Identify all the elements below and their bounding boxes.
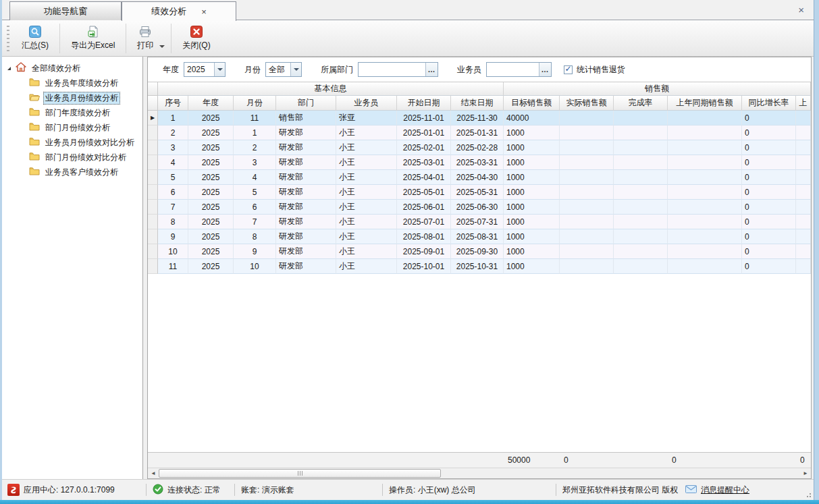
table-cell[interactable] bbox=[796, 244, 811, 259]
row-header[interactable] bbox=[148, 170, 158, 185]
sidebar-item[interactable]: 业务员年度绩效分析 bbox=[2, 76, 142, 90]
table-cell[interactable]: 小王 bbox=[336, 155, 397, 170]
table-row[interactable]: 320252研发部小王2025-02-012025-02-2810000 bbox=[148, 140, 811, 155]
table-cell[interactable]: 0 bbox=[742, 155, 796, 170]
table-cell[interactable]: 0 bbox=[742, 170, 796, 185]
table-cell[interactable] bbox=[614, 244, 668, 259]
row-header[interactable] bbox=[148, 259, 158, 274]
table-cell[interactable]: 0 bbox=[742, 111, 796, 125]
table-cell[interactable] bbox=[668, 200, 742, 215]
table-cell[interactable]: 10 bbox=[234, 259, 276, 274]
table-cell[interactable]: 2025-02-01 bbox=[397, 140, 451, 155]
table-cell[interactable]: 4 bbox=[234, 170, 276, 185]
table-cell[interactable]: 研发部 bbox=[276, 244, 336, 259]
table-cell[interactable]: 2025-03-01 bbox=[397, 155, 451, 170]
table-cell[interactable]: 研发部 bbox=[276, 185, 336, 200]
table-cell[interactable]: 2025-11-30 bbox=[451, 111, 504, 125]
table-cell[interactable]: 2025 bbox=[188, 140, 234, 155]
table-cell[interactable]: 0 bbox=[742, 140, 796, 155]
table-cell[interactable] bbox=[796, 200, 811, 215]
table-cell[interactable]: 研发部 bbox=[276, 259, 336, 274]
table-cell[interactable] bbox=[560, 185, 614, 200]
table-cell[interactable]: 0 bbox=[742, 125, 796, 140]
table-cell[interactable]: 小王 bbox=[336, 229, 397, 244]
table-cell[interactable]: 1000 bbox=[504, 259, 560, 274]
table-cell[interactable] bbox=[668, 125, 742, 140]
table-cell[interactable] bbox=[560, 259, 614, 274]
table-cell[interactable] bbox=[560, 244, 614, 259]
table-cell[interactable]: 0 bbox=[742, 185, 796, 200]
table-cell[interactable]: 研发部 bbox=[276, 229, 336, 244]
table-row[interactable]: 420253研发部小王2025-03-012025-03-3110000 bbox=[148, 155, 811, 170]
print-button[interactable]: 打印 bbox=[128, 22, 162, 55]
column-header[interactable]: 上年同期销售额 bbox=[668, 96, 742, 111]
export-excel-button[interactable]: 导出为Excel bbox=[62, 22, 124, 55]
column-header[interactable]: 结束日期 bbox=[451, 96, 504, 111]
row-header[interactable]: ▶ bbox=[148, 111, 158, 125]
summarize-button[interactable]: 汇总(S) bbox=[13, 22, 57, 55]
row-header[interactable] bbox=[148, 140, 158, 155]
table-cell[interactable]: 1000 bbox=[504, 185, 560, 200]
month-select[interactable]: 全部 bbox=[265, 62, 302, 77]
table-cell[interactable] bbox=[614, 215, 668, 229]
row-header[interactable] bbox=[148, 155, 158, 170]
table-cell[interactable]: 1000 bbox=[504, 125, 560, 140]
table-cell[interactable]: 2025-01-01 bbox=[397, 125, 451, 140]
scroll-left-arrow-icon[interactable]: ◄ bbox=[148, 468, 159, 478]
row-header[interactable] bbox=[148, 244, 158, 259]
table-cell[interactable]: 2025-04-30 bbox=[451, 170, 504, 185]
table-cell[interactable] bbox=[668, 185, 742, 200]
table-cell[interactable]: 0 bbox=[742, 200, 796, 215]
table-cell[interactable]: 2025 bbox=[188, 244, 234, 259]
table-cell[interactable]: 研发部 bbox=[276, 170, 336, 185]
table-cell[interactable]: 1000 bbox=[504, 215, 560, 229]
table-cell[interactable]: 研发部 bbox=[276, 125, 336, 140]
sidebar-item[interactable]: 业务员月份绩效对比分析 bbox=[2, 135, 142, 150]
returns-checkbox[interactable]: ✓ bbox=[564, 65, 573, 74]
table-cell[interactable]: 6 bbox=[158, 185, 188, 200]
table-cell[interactable]: 2025-06-30 bbox=[451, 200, 504, 215]
scroll-right-arrow-icon[interactable]: ► bbox=[800, 468, 811, 478]
table-cell[interactable] bbox=[560, 170, 614, 185]
table-cell[interactable] bbox=[796, 229, 811, 244]
horizontal-scrollbar[interactable]: ◄ ► bbox=[148, 468, 811, 478]
table-cell[interactable]: 2025 bbox=[188, 259, 234, 274]
table-cell[interactable]: 2025-03-31 bbox=[451, 155, 504, 170]
sidebar-item[interactable]: 业务员客户绩效分析 bbox=[2, 165, 142, 179]
table-cell[interactable]: 1000 bbox=[504, 244, 560, 259]
row-header[interactable] bbox=[148, 229, 158, 244]
table-cell[interactable]: 小王 bbox=[336, 259, 397, 274]
table-cell[interactable]: 小王 bbox=[336, 215, 397, 229]
table-cell[interactable]: 4 bbox=[158, 155, 188, 170]
salesperson-ellipsis-button[interactable]: … bbox=[539, 63, 551, 76]
table-cell[interactable] bbox=[668, 111, 742, 125]
table-cell[interactable] bbox=[668, 170, 742, 185]
toolbar-grip[interactable] bbox=[7, 26, 9, 51]
table-cell[interactable]: 研发部 bbox=[276, 215, 336, 229]
table-cell[interactable]: 研发部 bbox=[276, 140, 336, 155]
table-cell[interactable] bbox=[796, 170, 811, 185]
row-header[interactable] bbox=[148, 185, 158, 200]
sidebar-item[interactable]: 部门月份绩效分析 bbox=[2, 120, 142, 135]
table-cell[interactable]: 1000 bbox=[504, 170, 560, 185]
row-header[interactable] bbox=[148, 200, 158, 215]
month-select-caret[interactable] bbox=[290, 63, 301, 76]
sidebar-root-all-analysis[interactable]: 全部绩效分析 bbox=[2, 61, 142, 76]
row-header[interactable] bbox=[148, 215, 158, 229]
table-row[interactable]: 720256研发部小王2025-06-012025-06-3010000 bbox=[148, 200, 811, 215]
column-header[interactable]: 月份 bbox=[234, 96, 276, 111]
table-cell[interactable]: 3 bbox=[234, 155, 276, 170]
table-cell[interactable]: 10 bbox=[158, 244, 188, 259]
table-cell[interactable]: 2025 bbox=[188, 200, 234, 215]
sidebar-item[interactable]: 业务员月份绩效分析 bbox=[2, 90, 142, 105]
table-cell[interactable] bbox=[796, 215, 811, 229]
table-cell[interactable]: 9 bbox=[158, 229, 188, 244]
table-cell[interactable]: 40000 bbox=[504, 111, 560, 125]
table-cell[interactable]: 2 bbox=[158, 125, 188, 140]
department-input[interactable] bbox=[359, 63, 425, 76]
column-header[interactable]: 上 bbox=[796, 96, 811, 111]
table-cell[interactable]: 1000 bbox=[504, 200, 560, 215]
table-cell[interactable]: 张亚 bbox=[336, 111, 397, 125]
tree-expander-icon[interactable] bbox=[7, 67, 11, 70]
table-row[interactable]: ▶1202511销售部张亚2025-11-012025-11-30400000 bbox=[148, 111, 811, 125]
